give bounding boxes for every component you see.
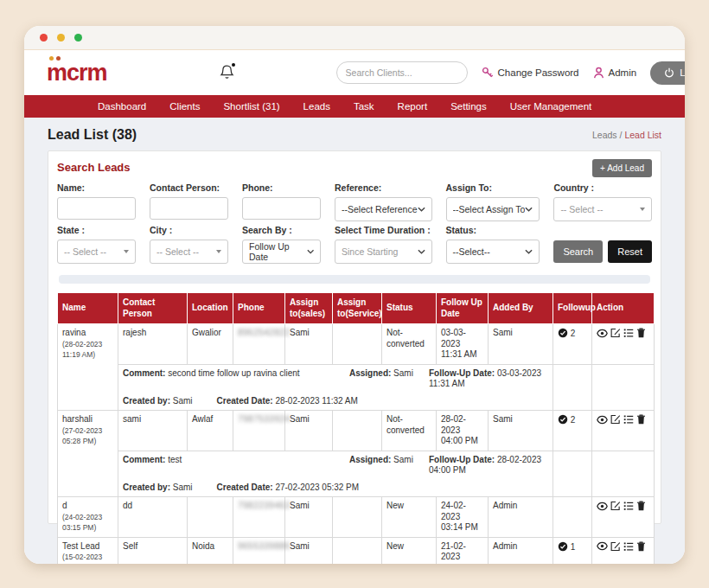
followup-date-cell: 28-02-2023 04:00 PM	[437, 411, 489, 451]
lead-name-cell: harshali(27-02-2023 05:28 PM)	[58, 411, 118, 497]
col-followup-date: Follow Up Date	[437, 293, 489, 324]
nav-item-report[interactable]: Report	[398, 101, 428, 112]
view-icon[interactable]	[597, 541, 608, 554]
col-assign-sales: Assign to(sales)	[285, 293, 333, 324]
name-label: Name:	[57, 182, 136, 193]
lead-name-cell: Test Lead(15-02-2023 01:21 PM)	[58, 537, 118, 564]
notifications-bell[interactable]	[220, 64, 234, 81]
state-select[interactable]: -- Select --	[57, 240, 136, 264]
task-list-icon[interactable]	[623, 414, 634, 428]
delete-icon[interactable]	[636, 328, 646, 342]
phone-input[interactable]	[242, 197, 321, 220]
nav-item-dashboard[interactable]: Dashboard	[98, 101, 146, 112]
client-search-box	[336, 61, 468, 84]
delete-icon[interactable]	[636, 414, 646, 428]
logo-text: mcrm	[47, 60, 107, 86]
col-name: Name	[58, 293, 118, 324]
added-by-cell: Admin	[489, 537, 553, 564]
assign-service-cell	[333, 537, 382, 564]
task-list-icon[interactable]	[623, 328, 634, 342]
form-buttons: Search Reset	[553, 225, 652, 264]
bell-icon	[220, 64, 234, 80]
empty-followup-cell	[553, 364, 592, 411]
delete-icon[interactable]	[636, 541, 646, 555]
followup-count-cell: 2	[553, 324, 592, 365]
assign-service-cell	[333, 497, 382, 538]
task-list-icon[interactable]	[623, 501, 634, 514]
table-row[interactable]: harshali(27-02-2023 05:28 PM)samiAwlaf79…	[58, 411, 655, 451]
col-action: Action	[592, 293, 655, 324]
followup-check-icon	[558, 414, 568, 425]
col-added-by: Added By	[489, 293, 553, 324]
add-lead-button[interactable]: + Add Lead	[592, 159, 652, 177]
time-duration-select[interactable]: Since Starting	[335, 240, 432, 264]
lead-table-body: ravina(28-02-2023 11:19 AM)rajeshGwalior…	[58, 324, 655, 565]
nav-item-leads[interactable]: Leads	[303, 101, 330, 112]
app-logo[interactable]: mcrm	[47, 61, 107, 85]
location-cell	[188, 497, 233, 538]
field-city: City : -- Select --	[150, 225, 228, 264]
name-input[interactable]	[57, 197, 136, 220]
reference-select[interactable]: --Select Reference	[335, 197, 432, 221]
col-followup: Followup	[553, 293, 592, 324]
lead-list-card: Search Leads + Add Lead Name: Contact Pe…	[48, 150, 661, 524]
view-icon[interactable]	[597, 329, 608, 342]
nav-item-clients[interactable]: Clients	[169, 101, 200, 112]
admin-label: Admin	[609, 67, 637, 78]
task-list-icon[interactable]	[623, 541, 634, 555]
country-label: Country :	[553, 182, 652, 193]
comment-row: Comment: second time follow up ravina cl…	[58, 364, 655, 411]
window-titlebar	[24, 26, 685, 50]
assign-sales-cell: Sami	[285, 497, 333, 538]
nav-item-task[interactable]: Task	[354, 101, 374, 112]
table-row[interactable]: d(24-02-2023 03:15 PM)dd7982239463SamiNe…	[58, 497, 655, 538]
city-select[interactable]: -- Select --	[150, 240, 228, 264]
search-by-select[interactable]: Follow Up Date	[242, 240, 321, 264]
horizontal-scrollbar[interactable]	[59, 275, 650, 284]
assign-sales-cell: Sami	[285, 324, 333, 365]
country-select[interactable]: -- Select --	[553, 197, 652, 221]
table-row[interactable]: Test Lead(15-02-2023 01:21 PM)SelfNoida9…	[58, 537, 655, 564]
nav-item-settings[interactable]: Settings	[450, 101, 487, 112]
view-icon[interactable]	[597, 415, 608, 428]
action-cell	[592, 411, 655, 451]
chevron-down-icon	[525, 207, 533, 212]
admin-menu[interactable]: Admin	[593, 67, 637, 79]
empty-followup-cell	[553, 451, 592, 497]
logo-accent-dots	[49, 56, 61, 61]
followup-count-cell: 1	[553, 537, 592, 564]
assign-to-select[interactable]: --Select Assign To	[446, 197, 540, 221]
change-password-label: Change Password	[498, 67, 579, 78]
search-button[interactable]: Search	[553, 240, 603, 263]
edit-icon[interactable]	[610, 328, 621, 342]
edit-icon[interactable]	[610, 541, 621, 555]
minimize-window-button[interactable]	[57, 34, 65, 42]
change-password-link[interactable]: Change Password	[482, 67, 579, 79]
delete-icon[interactable]	[636, 501, 646, 514]
followup-date-cell: 21-02-2023 04:16 PM	[437, 537, 489, 564]
contact-person-cell: rajesh	[118, 324, 188, 365]
search-input[interactable]	[346, 67, 463, 78]
status-select[interactable]: --Select--	[446, 240, 540, 264]
phone-cell: 9655339886	[233, 537, 285, 564]
logout-button[interactable]: Logout	[650, 61, 685, 85]
view-icon[interactable]	[597, 502, 608, 514]
field-country: Country : -- Select --	[553, 182, 652, 221]
leads-table: Name Contact Person Location Phone Assig…	[57, 292, 655, 564]
edit-icon[interactable]	[610, 501, 621, 514]
reset-button[interactable]: Reset	[608, 240, 652, 263]
nav-item-shortlist[interactable]: Shortlist (31)	[223, 101, 279, 112]
table-row[interactable]: ravina(28-02-2023 11:19 AM)rajeshGwalior…	[58, 324, 655, 365]
field-state: State : -- Select --	[57, 225, 136, 264]
followup-date-cell: 24-02-2023 03:14 PM	[437, 497, 489, 538]
assign-to-label: Assign To:	[446, 182, 540, 193]
close-window-button[interactable]	[40, 34, 48, 42]
contact-person-input[interactable]	[150, 197, 228, 220]
added-by-cell: Sami	[489, 411, 553, 451]
dropdown-arrow-icon	[124, 250, 129, 253]
breadcrumb-leads[interactable]: Leads	[592, 130, 617, 140]
edit-icon[interactable]	[610, 414, 621, 428]
zoom-window-button[interactable]	[74, 34, 82, 42]
assign-service-cell	[333, 411, 382, 451]
nav-item-user-management[interactable]: User Management	[510, 101, 592, 112]
